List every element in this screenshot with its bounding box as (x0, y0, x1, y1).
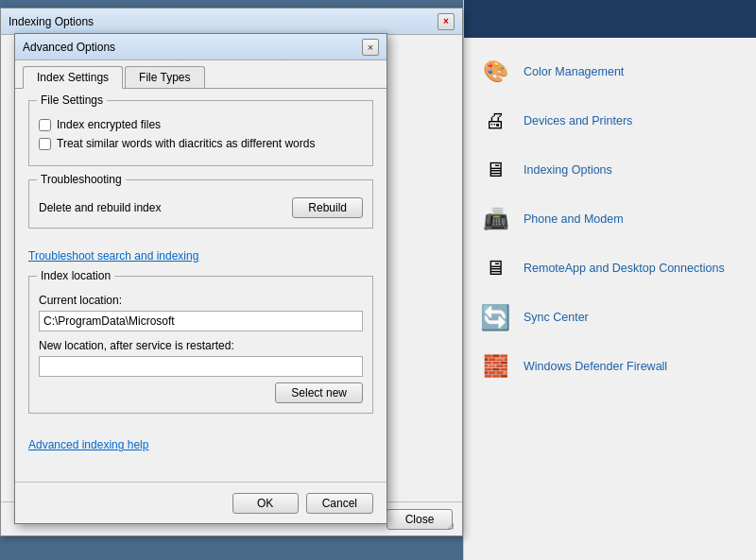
indexing-close-button[interactable]: × (438, 13, 455, 30)
new-location-label: New location, after service is restarted… (39, 339, 363, 352)
remoteapp-icon: 🖥 (478, 251, 512, 285)
tab-file-types[interactable]: File Types (125, 66, 204, 88)
encrypt-label: Index encrypted files (57, 118, 161, 131)
indexing-titlebar: Indexing Options × (1, 8, 462, 35)
diacritics-checkbox-row: Treat similar words with diacritics as d… (39, 137, 363, 150)
advanced-indexing-link[interactable]: Advanced indexing help (28, 438, 148, 451)
resize-grip: ⊿ (447, 520, 460, 534)
color-management-icon: 🎨 (478, 55, 512, 89)
current-location-input[interactable] (39, 311, 363, 331)
firewall-label: Windows Defender Firewall (524, 359, 667, 374)
sync-center-icon: 🔄 (478, 300, 512, 334)
index-location-group: Index location Current location: New loc… (28, 276, 373, 414)
sidebar-item-phone-modem[interactable]: 📠 Phone and Modem (464, 195, 756, 244)
cp-items-list: 🎨 Color Management 🖨 Devices and Printer… (464, 38, 756, 400)
rebuild-row: Delete and rebuild index Rebuild (39, 197, 363, 218)
sidebar-item-devices-printers[interactable]: 🖨 Devices and Printers (464, 96, 756, 145)
file-settings-group: File Settings Index encrypted files Trea… (28, 100, 373, 166)
troubleshooting-group: Troubleshooting Delete and rebuild index… (28, 179, 373, 229)
indexing-options-icon: 🖥 (478, 153, 512, 187)
advanced-dialog-content: File Settings Index encrypted files Trea… (15, 89, 387, 512)
phone-modem-label: Phone and Modem (524, 212, 624, 227)
troubleshooting-legend: Troubleshooting (37, 173, 126, 186)
sidebar-item-sync-center[interactable]: 🔄 Sync Center (464, 293, 756, 342)
new-location-section: New location, after service is restarted… (39, 339, 363, 377)
advanced-dialog-tabs: Index Settings File Types (15, 60, 387, 89)
diacritics-checkbox[interactable] (39, 138, 51, 150)
encrypt-checkbox-row: Index encrypted files (39, 118, 363, 131)
sidebar-item-indexing-options[interactable]: 🖥 Indexing Options (464, 145, 756, 195)
sidebar-item-firewall[interactable]: 🧱 Windows Defender Firewall (464, 342, 756, 391)
indexing-window-title: Indexing Options (9, 15, 436, 28)
file-settings-legend: File Settings (37, 93, 107, 107)
phone-modem-icon: 📠 (478, 202, 512, 236)
sync-center-label: Sync Center (524, 310, 589, 325)
color-management-label: Color Management (524, 64, 624, 79)
current-location-label: Current location: (39, 294, 363, 307)
current-location-section: Current location: (39, 294, 363, 331)
rebuild-button[interactable]: Rebuild (292, 197, 363, 218)
advanced-dialog-footer: OK Cancel (15, 482, 387, 523)
delete-rebuild-label: Delete and rebuild index (39, 201, 161, 214)
select-new-row: Select new (39, 382, 363, 403)
troubleshoot-link[interactable]: Troubleshoot search and indexing (28, 249, 198, 263)
sidebar-item-remoteapp[interactable]: 🖥 RemoteApp and Desktop Connections (464, 244, 756, 293)
remoteapp-label: RemoteApp and Desktop Connections (524, 261, 725, 276)
devices-printers-label: Devices and Printers (524, 113, 632, 128)
sidebar-item-color-management[interactable]: 🎨 Color Management (464, 47, 756, 96)
select-new-button[interactable]: Select new (275, 382, 363, 403)
advanced-dialog-title: Advanced Options (23, 41, 362, 54)
encrypt-checkbox[interactable] (39, 119, 51, 131)
diacritics-label: Treat similar words with diacritics as d… (57, 137, 315, 150)
tab-index-settings[interactable]: Index Settings (23, 66, 123, 89)
indexing-options-label: Indexing Options (524, 162, 612, 178)
advanced-dialog-titlebar: Advanced Options × (15, 34, 387, 60)
devices-printers-icon: 🖨 (478, 104, 512, 138)
advanced-options-dialog: Advanced Options × Index Settings File T… (14, 33, 387, 524)
advanced-dialog-close-button[interactable]: × (362, 39, 379, 56)
control-panel: 🎨 Color Management 🖨 Devices and Printer… (463, 0, 756, 560)
ok-button[interactable]: OK (232, 493, 299, 514)
cancel-button[interactable]: Cancel (306, 493, 373, 514)
index-location-legend: Index location (37, 269, 114, 282)
firewall-icon: 🧱 (478, 349, 512, 383)
new-location-input[interactable] (39, 356, 363, 377)
indexing-close-btn[interactable]: Close (387, 509, 453, 530)
control-panel-header (464, 0, 756, 38)
